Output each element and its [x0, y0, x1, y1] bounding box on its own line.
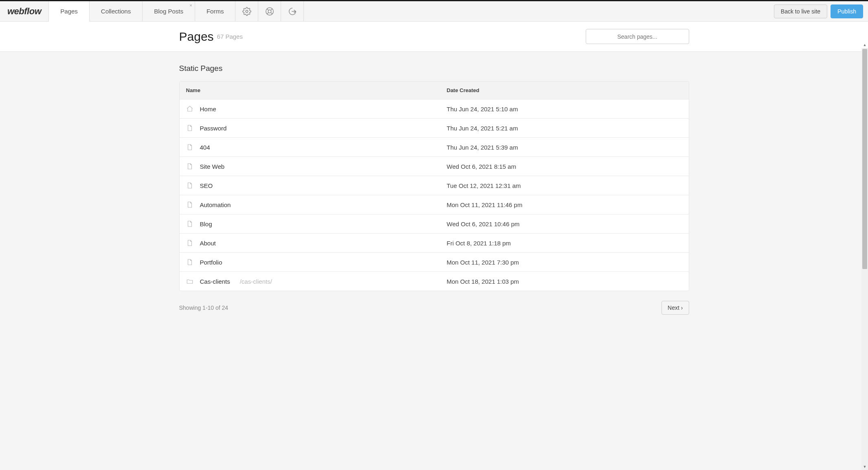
- svg-line-5: [271, 9, 272, 10]
- svg-line-3: [267, 9, 268, 10]
- chevron-right-icon: ›: [681, 305, 683, 311]
- table-row[interactable]: PasswordThu Jun 24, 2021 5:21 am: [180, 119, 689, 138]
- date-cell: Mon Oct 11, 2021 11:46 pm: [447, 201, 682, 208]
- date-cell: Thu Jun 24, 2021 5:10 am: [447, 106, 682, 113]
- row-name: Automation: [200, 201, 231, 208]
- tab-label: Blog Posts: [154, 8, 183, 15]
- table-row[interactable]: Site WebWed Oct 6, 2021 8:15 am: [180, 157, 689, 176]
- exit-icon: [288, 7, 297, 16]
- tab-label: Forms: [207, 8, 224, 15]
- publish-button[interactable]: Publish: [831, 4, 863, 18]
- home-icon: [186, 105, 193, 113]
- date-cell: Thu Jun 24, 2021 5:21 am: [447, 125, 682, 132]
- logout-icon-tab[interactable]: [281, 1, 304, 21]
- table-row[interactable]: PortfolioMon Oct 11, 2021 7:30 pm: [180, 253, 689, 272]
- date-cell: Tue Oct 12, 2021 12:31 am: [447, 182, 682, 189]
- tabs-nav: PagesCollectionsBlog Posts×Forms: [49, 1, 235, 21]
- date-cell: Thu Jun 24, 2021 5:39 am: [447, 144, 682, 151]
- name-cell: 404: [186, 143, 447, 151]
- app-header: webflow PagesCollectionsBlog Posts×Forms…: [0, 1, 868, 22]
- table-row[interactable]: 404Thu Jun 24, 2021 5:39 am: [180, 138, 689, 157]
- row-name: 404: [200, 144, 210, 151]
- page-icon: [186, 182, 193, 189]
- tab-collections[interactable]: Collections: [90, 1, 143, 21]
- svg-point-0: [246, 10, 248, 13]
- row-name: Home: [200, 106, 216, 113]
- tab-blog-posts[interactable]: Blog Posts×: [143, 1, 195, 21]
- name-cell: Password: [186, 124, 447, 132]
- row-name: Site Web: [200, 163, 225, 170]
- section-heading: Static Pages: [179, 64, 689, 73]
- page-icon: [186, 143, 193, 151]
- settings-icon-tab[interactable]: [235, 1, 258, 21]
- name-cell: About: [186, 239, 447, 247]
- page-icon: [186, 239, 193, 247]
- title-bar: Pages 67 Pages: [0, 22, 868, 52]
- row-name: SEO: [200, 182, 213, 189]
- date-cell: Mon Oct 11, 2021 7:30 pm: [447, 259, 682, 266]
- page-icon: [186, 201, 193, 208]
- row-name: Cas-clients: [200, 278, 230, 285]
- tab-label: Collections: [101, 8, 131, 15]
- row-name: Blog: [200, 221, 212, 227]
- name-cell: Site Web: [186, 163, 447, 170]
- table-row[interactable]: AboutFri Oct 8, 2021 1:18 pm: [180, 234, 689, 253]
- page-title: Pages: [179, 30, 214, 44]
- next-button[interactable]: Next ›: [661, 301, 689, 315]
- name-cell: Home: [186, 105, 447, 113]
- row-subpath: /cas-clients/: [240, 278, 272, 285]
- pages-table: Name Date Created HomeThu Jun 24, 2021 5…: [179, 81, 689, 291]
- gear-icon: [242, 7, 251, 16]
- next-label: Next: [668, 305, 679, 311]
- svg-line-6: [267, 12, 268, 14]
- pagination-row: Showing 1-10 of 24 Next ›: [179, 301, 689, 315]
- date-cell: Mon Oct 18, 2021 1:03 pm: [447, 278, 682, 285]
- close-icon[interactable]: ×: [188, 2, 193, 8]
- page-icon: [186, 163, 193, 170]
- row-name: Password: [200, 125, 227, 132]
- table-row[interactable]: AutomationMon Oct 11, 2021 11:46 pm: [180, 195, 689, 214]
- row-name: About: [200, 240, 216, 247]
- svg-point-2: [268, 10, 271, 13]
- col-date: Date Created: [447, 87, 682, 93]
- tab-forms[interactable]: Forms: [195, 1, 236, 21]
- scrollbar-thumb[interactable]: [862, 49, 867, 269]
- back-to-live-button[interactable]: Back to live site: [774, 4, 827, 18]
- table-row[interactable]: HomeThu Jun 24, 2021 5:10 am: [180, 99, 689, 119]
- tab-pages[interactable]: Pages: [49, 1, 90, 22]
- name-cell: Cas-clients/cas-clients/: [186, 278, 447, 285]
- content-area: Static Pages Name Date Created HomeThu J…: [179, 52, 689, 331]
- search-input[interactable]: [586, 29, 689, 44]
- table-header: Name Date Created: [180, 82, 689, 99]
- name-cell: Blog: [186, 220, 447, 227]
- help-icon-tab[interactable]: [258, 1, 281, 21]
- date-cell: Fri Oct 8, 2021 1:18 pm: [447, 240, 682, 247]
- scrollbar[interactable]: ▲ ▼: [861, 48, 868, 331]
- brand-logo[interactable]: webflow: [0, 1, 49, 21]
- lifebuoy-icon: [265, 7, 274, 16]
- name-cell: SEO: [186, 182, 447, 189]
- table-row[interactable]: SEOTue Oct 12, 2021 12:31 am: [180, 176, 689, 195]
- date-cell: Wed Oct 6, 2021 10:46 pm: [447, 221, 682, 227]
- date-cell: Wed Oct 6, 2021 8:15 am: [447, 163, 682, 170]
- page-icon: [186, 124, 193, 132]
- tab-label: Pages: [60, 8, 78, 15]
- header-actions: Back to live site Publish: [771, 1, 868, 21]
- col-name: Name: [186, 87, 447, 93]
- pagination-showing: Showing 1-10 of 24: [179, 305, 229, 311]
- row-name: Portfolio: [200, 259, 222, 266]
- name-cell: Automation: [186, 201, 447, 208]
- scroll-up-icon[interactable]: ▲: [861, 42, 868, 48]
- page-count: 67 Pages: [217, 33, 243, 40]
- folder-icon: [186, 278, 193, 285]
- table-row[interactable]: BlogWed Oct 6, 2021 10:46 pm: [180, 214, 689, 234]
- table-row[interactable]: Cas-clients/cas-clients/Mon Oct 18, 2021…: [180, 272, 689, 291]
- page-icon: [186, 220, 193, 227]
- page-icon: [186, 258, 193, 266]
- svg-line-4: [271, 12, 272, 14]
- name-cell: Portfolio: [186, 258, 447, 266]
